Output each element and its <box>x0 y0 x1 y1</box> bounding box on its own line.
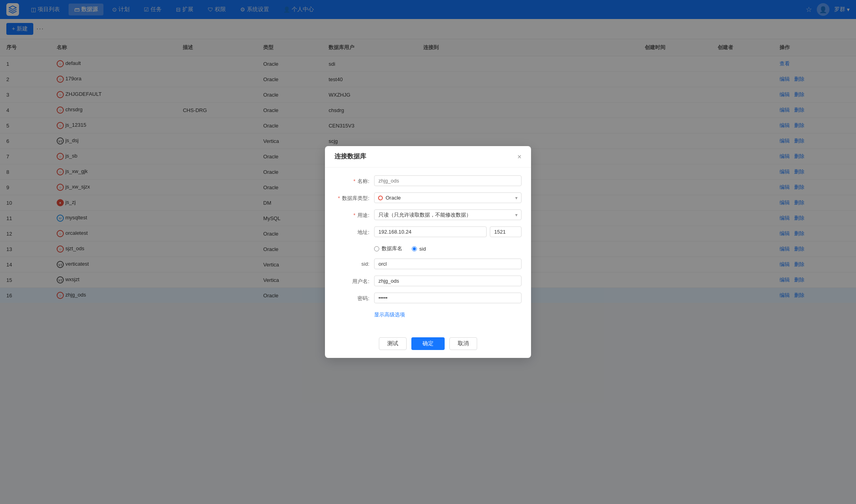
form-usage-row: 用途: 只读（只允许读取数据，不能修改数据） 读写 ▾ <box>334 209 522 220</box>
addr-control <box>374 226 522 237</box>
radio-dbname-label[interactable]: 数据库名 <box>374 245 402 252</box>
password-label: 密码: <box>334 293 374 302</box>
addr-input[interactable] <box>374 226 487 237</box>
addr-label: 地址: <box>334 226 374 236</box>
radio-sid-input[interactable] <box>412 246 417 251</box>
radio-sid-text: sid <box>419 246 426 252</box>
dbtype-label: 数据库类型: <box>334 192 374 202</box>
form-name-row: 名称: <box>334 175 522 186</box>
form-sid-row: sid: <box>334 259 522 269</box>
name-label: 名称: <box>334 175 374 185</box>
sid-label: sid: <box>334 259 374 267</box>
radio-sid-label[interactable]: sid <box>412 246 426 252</box>
connect-database-modal: 连接数据库 × 名称: 数据库类型: Oracle MySQL <box>325 146 531 303</box>
usage-label: 用途: <box>334 209 374 219</box>
modal-body: 名称: 数据库类型: Oracle MySQL Vertica DM <box>325 167 531 303</box>
username-input[interactable] <box>374 276 522 286</box>
username-control <box>374 276 522 286</box>
form-dbtype-row: 数据库类型: Oracle MySQL Vertica DM ▾ <box>334 192 522 203</box>
radio-dbname-text: 数据库名 <box>382 245 402 252</box>
password-input[interactable] <box>374 293 522 303</box>
name-control <box>374 175 522 186</box>
name-input[interactable] <box>374 175 522 186</box>
radio-label <box>334 243 374 246</box>
usage-select[interactable]: 只读（只允许读取数据，不能修改数据） 读写 <box>374 209 522 220</box>
usage-control: 只读（只允许读取数据，不能修改数据） 读写 ▾ <box>374 209 522 220</box>
dbtype-select[interactable]: Oracle MySQL Vertica DM <box>374 192 522 203</box>
modal-title: 连接数据库 <box>334 152 366 161</box>
radio-control: 数据库名 sid <box>374 243 522 252</box>
form-addr-row: 地址: <box>334 226 522 237</box>
radio-dbname-input[interactable] <box>374 246 379 251</box>
port-input[interactable] <box>490 226 522 237</box>
modal-header: 连接数据库 × <box>325 146 531 167</box>
dbtype-control: Oracle MySQL Vertica DM ▾ <box>374 192 522 203</box>
username-label: 用户名: <box>334 276 374 285</box>
modal-overlay: 连接数据库 × 名称: 数据库类型: Oracle MySQL <box>0 0 856 303</box>
sid-input[interactable] <box>374 259 522 269</box>
form-radio-row: 数据库名 sid <box>334 243 522 252</box>
password-control <box>374 293 522 303</box>
sid-control <box>374 259 522 269</box>
oracle-dot-icon <box>378 196 383 200</box>
form-username-row: 用户名: <box>334 276 522 286</box>
form-password-row: 密码: <box>334 293 522 303</box>
modal-close-button[interactable]: × <box>517 153 522 160</box>
